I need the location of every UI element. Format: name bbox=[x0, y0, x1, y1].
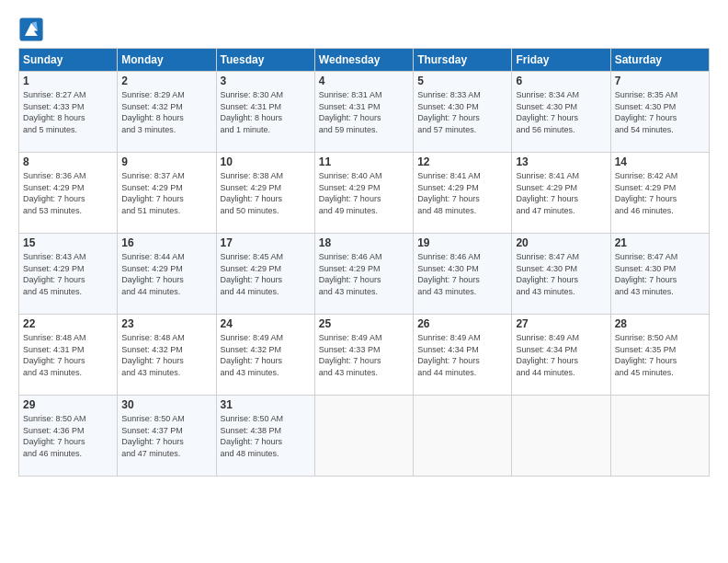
cell-info: Sunrise: 8:49 AMSunset: 4:34 PMDaylight:… bbox=[516, 332, 606, 378]
day-number: 31 bbox=[221, 398, 311, 411]
calendar-cell: 3Sunrise: 8:30 AMSunset: 4:31 PMDaylight… bbox=[216, 72, 314, 153]
cell-info: Sunrise: 8:48 AMSunset: 4:32 PMDaylight:… bbox=[121, 332, 211, 378]
day-number: 26 bbox=[417, 317, 507, 330]
day-number: 14 bbox=[615, 155, 705, 168]
cell-info: Sunrise: 8:47 AMSunset: 4:30 PMDaylight:… bbox=[516, 251, 606, 297]
calendar-header-row: SundayMondayTuesdayWednesdayThursdayFrid… bbox=[19, 49, 710, 72]
calendar-cell: 15Sunrise: 8:43 AMSunset: 4:29 PMDayligh… bbox=[19, 234, 118, 315]
day-number: 15 bbox=[23, 236, 113, 249]
page: SundayMondayTuesdayWednesdayThursdayFrid… bbox=[0, 0, 728, 563]
calendar-cell: 17Sunrise: 8:45 AMSunset: 4:29 PMDayligh… bbox=[216, 234, 314, 315]
calendar-cell: 5Sunrise: 8:33 AMSunset: 4:30 PMDaylight… bbox=[414, 72, 512, 153]
calendar-cell: 21Sunrise: 8:47 AMSunset: 4:30 PMDayligh… bbox=[610, 234, 709, 315]
cell-info: Sunrise: 8:30 AMSunset: 4:31 PMDaylight:… bbox=[221, 89, 311, 135]
cell-info: Sunrise: 8:45 AMSunset: 4:29 PMDaylight:… bbox=[221, 251, 311, 297]
cell-info: Sunrise: 8:29 AMSunset: 4:32 PMDaylight:… bbox=[121, 89, 211, 135]
cell-info: Sunrise: 8:36 AMSunset: 4:29 PMDaylight:… bbox=[23, 170, 113, 216]
day-number: 18 bbox=[319, 236, 409, 249]
cell-info: Sunrise: 8:47 AMSunset: 4:30 PMDaylight:… bbox=[615, 251, 705, 297]
calendar-cell: 9Sunrise: 8:37 AMSunset: 4:29 PMDaylight… bbox=[118, 153, 216, 234]
day-number: 20 bbox=[516, 236, 606, 249]
calendar-cell: 2Sunrise: 8:29 AMSunset: 4:32 PMDaylight… bbox=[118, 72, 216, 153]
calendar-cell: 29Sunrise: 8:50 AMSunset: 4:36 PMDayligh… bbox=[19, 396, 118, 477]
logo bbox=[18, 17, 48, 42]
cell-info: Sunrise: 8:50 AMSunset: 4:35 PMDaylight:… bbox=[615, 332, 705, 378]
day-number: 2 bbox=[121, 75, 211, 87]
calendar-cell: 12Sunrise: 8:41 AMSunset: 4:29 PMDayligh… bbox=[414, 153, 512, 234]
calendar-cell: 18Sunrise: 8:46 AMSunset: 4:29 PMDayligh… bbox=[314, 234, 413, 315]
calendar-cell: 27Sunrise: 8:49 AMSunset: 4:34 PMDayligh… bbox=[512, 315, 610, 396]
cell-info: Sunrise: 8:50 AMSunset: 4:38 PMDaylight:… bbox=[221, 413, 311, 459]
logo-icon bbox=[18, 17, 44, 42]
cell-info: Sunrise: 8:46 AMSunset: 4:29 PMDaylight:… bbox=[319, 251, 409, 297]
calendar-week-1: 1Sunrise: 8:27 AMSunset: 4:33 PMDaylight… bbox=[19, 72, 710, 153]
cell-info: Sunrise: 8:33 AMSunset: 4:30 PMDaylight:… bbox=[417, 89, 507, 135]
day-number: 10 bbox=[221, 155, 311, 168]
calendar-week-3: 15Sunrise: 8:43 AMSunset: 4:29 PMDayligh… bbox=[19, 234, 710, 315]
cell-info: Sunrise: 8:34 AMSunset: 4:30 PMDaylight:… bbox=[516, 89, 606, 135]
day-header-friday: Friday bbox=[512, 49, 610, 72]
day-number: 23 bbox=[121, 317, 211, 330]
calendar-week-5: 29Sunrise: 8:50 AMSunset: 4:36 PMDayligh… bbox=[19, 396, 710, 477]
cell-info: Sunrise: 8:49 AMSunset: 4:32 PMDaylight:… bbox=[221, 332, 311, 378]
cell-info: Sunrise: 8:37 AMSunset: 4:29 PMDaylight:… bbox=[121, 170, 211, 216]
cell-info: Sunrise: 8:38 AMSunset: 4:29 PMDaylight:… bbox=[221, 170, 311, 216]
day-number: 5 bbox=[417, 75, 507, 87]
day-number: 17 bbox=[221, 236, 311, 249]
day-number: 22 bbox=[23, 317, 113, 330]
day-number: 19 bbox=[417, 236, 507, 249]
cell-info: Sunrise: 8:27 AMSunset: 4:33 PMDaylight:… bbox=[23, 89, 113, 135]
day-number: 25 bbox=[319, 317, 409, 330]
cell-info: Sunrise: 8:50 AMSunset: 4:36 PMDaylight:… bbox=[23, 413, 113, 459]
day-number: 28 bbox=[615, 317, 705, 330]
calendar-cell bbox=[610, 396, 709, 477]
cell-info: Sunrise: 8:41 AMSunset: 4:29 PMDaylight:… bbox=[417, 170, 507, 216]
calendar-cell: 20Sunrise: 8:47 AMSunset: 4:30 PMDayligh… bbox=[512, 234, 610, 315]
day-header-sunday: Sunday bbox=[19, 49, 118, 72]
day-header-monday: Monday bbox=[118, 49, 216, 72]
calendar-cell: 22Sunrise: 8:48 AMSunset: 4:31 PMDayligh… bbox=[19, 315, 118, 396]
cell-info: Sunrise: 8:46 AMSunset: 4:30 PMDaylight:… bbox=[417, 251, 507, 297]
calendar: SundayMondayTuesdayWednesdayThursdayFrid… bbox=[18, 48, 710, 477]
cell-info: Sunrise: 8:31 AMSunset: 4:31 PMDaylight:… bbox=[319, 89, 409, 135]
calendar-cell: 13Sunrise: 8:41 AMSunset: 4:29 PMDayligh… bbox=[512, 153, 610, 234]
cell-info: Sunrise: 8:42 AMSunset: 4:29 PMDaylight:… bbox=[615, 170, 705, 216]
day-number: 12 bbox=[417, 155, 507, 168]
day-number: 11 bbox=[319, 155, 409, 168]
calendar-cell: 14Sunrise: 8:42 AMSunset: 4:29 PMDayligh… bbox=[610, 153, 709, 234]
day-number: 6 bbox=[516, 75, 606, 87]
calendar-cell: 8Sunrise: 8:36 AMSunset: 4:29 PMDaylight… bbox=[19, 153, 118, 234]
day-number: 7 bbox=[615, 75, 705, 87]
calendar-cell: 31Sunrise: 8:50 AMSunset: 4:38 PMDayligh… bbox=[216, 396, 314, 477]
calendar-cell: 19Sunrise: 8:46 AMSunset: 4:30 PMDayligh… bbox=[414, 234, 512, 315]
day-header-saturday: Saturday bbox=[610, 49, 709, 72]
calendar-cell: 11Sunrise: 8:40 AMSunset: 4:29 PMDayligh… bbox=[314, 153, 413, 234]
day-number: 30 bbox=[121, 398, 211, 411]
calendar-cell: 1Sunrise: 8:27 AMSunset: 4:33 PMDaylight… bbox=[19, 72, 118, 153]
day-number: 16 bbox=[121, 236, 211, 249]
cell-info: Sunrise: 8:48 AMSunset: 4:31 PMDaylight:… bbox=[23, 332, 113, 378]
cell-info: Sunrise: 8:49 AMSunset: 4:34 PMDaylight:… bbox=[417, 332, 507, 378]
cell-info: Sunrise: 8:35 AMSunset: 4:30 PMDaylight:… bbox=[615, 89, 705, 135]
calendar-cell: 10Sunrise: 8:38 AMSunset: 4:29 PMDayligh… bbox=[216, 153, 314, 234]
calendar-cell bbox=[414, 396, 512, 477]
cell-info: Sunrise: 8:41 AMSunset: 4:29 PMDaylight:… bbox=[516, 170, 606, 216]
calendar-cell: 23Sunrise: 8:48 AMSunset: 4:32 PMDayligh… bbox=[118, 315, 216, 396]
calendar-cell: 24Sunrise: 8:49 AMSunset: 4:32 PMDayligh… bbox=[216, 315, 314, 396]
day-number: 29 bbox=[23, 398, 113, 411]
cell-info: Sunrise: 8:50 AMSunset: 4:37 PMDaylight:… bbox=[121, 413, 211, 459]
calendar-cell: 16Sunrise: 8:44 AMSunset: 4:29 PMDayligh… bbox=[118, 234, 216, 315]
calendar-cell: 7Sunrise: 8:35 AMSunset: 4:30 PMDaylight… bbox=[610, 72, 709, 153]
day-number: 27 bbox=[516, 317, 606, 330]
calendar-cell bbox=[512, 396, 610, 477]
calendar-cell: 6Sunrise: 8:34 AMSunset: 4:30 PMDaylight… bbox=[512, 72, 610, 153]
day-number: 4 bbox=[319, 75, 409, 87]
calendar-cell: 25Sunrise: 8:49 AMSunset: 4:33 PMDayligh… bbox=[314, 315, 413, 396]
day-header-thursday: Thursday bbox=[414, 49, 512, 72]
day-number: 1 bbox=[23, 75, 113, 87]
header bbox=[18, 17, 710, 42]
calendar-cell: 26Sunrise: 8:49 AMSunset: 4:34 PMDayligh… bbox=[414, 315, 512, 396]
day-number: 13 bbox=[516, 155, 606, 168]
calendar-week-4: 22Sunrise: 8:48 AMSunset: 4:31 PMDayligh… bbox=[19, 315, 710, 396]
day-header-wednesday: Wednesday bbox=[314, 49, 413, 72]
